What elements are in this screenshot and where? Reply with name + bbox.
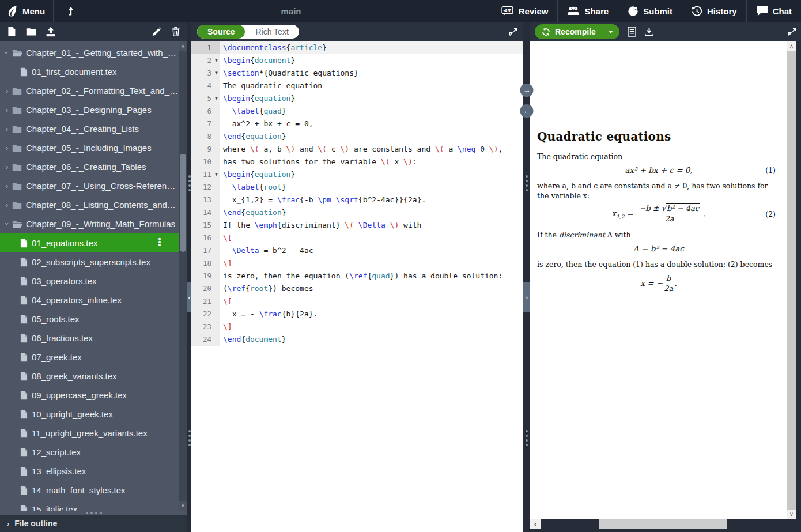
code-line[interactable]: 24\end{document} <box>191 333 523 346</box>
kebab-menu-icon[interactable]: ••• <box>158 238 161 247</box>
code-line[interactable]: 7 ax^2 + bx + c = 0, <box>191 118 523 130</box>
sidebar-editor-divider[interactable]: ‹ <box>187 22 191 532</box>
tree-file-row[interactable]: 06_fractions.tex <box>0 329 179 348</box>
tree-folder-row[interactable]: ›Chapter_04_-_Creating_Lists <box>0 119 179 138</box>
divider-drag-handle[interactable] <box>188 430 191 446</box>
editor-fullscreen-button[interactable] <box>509 28 517 36</box>
code-line[interactable]: 2▼\begin{document} <box>191 54 523 67</box>
tree-file-row[interactable]: 11_upright_greek_variants.tex <box>0 424 179 443</box>
source-tab[interactable]: Source <box>197 25 245 39</box>
delete-trash-button[interactable] <box>170 26 182 37</box>
tree-file-row[interactable]: 09_uppercase_greek.tex <box>0 386 179 405</box>
tree-file-row[interactable]: 12_script.tex <box>0 443 179 462</box>
rename-pencil-button[interactable] <box>150 26 162 37</box>
divider-drag-handle[interactable] <box>188 175 191 191</box>
pdf-fullscreen-button[interactable] <box>788 28 796 36</box>
review-button[interactable]: AbReview <box>492 0 558 22</box>
code-line[interactable]: 1\documentclass{article} <box>191 41 523 54</box>
tree-folder-row[interactable]: ›Chapter_05_-_Including_Images <box>0 138 179 157</box>
tree-folder-row[interactable]: ›Chapter_09_-_Writing_Math_Formulas <box>0 214 179 233</box>
chevron-down-icon[interactable]: › <box>3 221 12 228</box>
chevron-right-icon[interactable]: › <box>3 105 10 114</box>
history-button[interactable]: History <box>682 0 746 22</box>
download-pdf-button[interactable] <box>644 27 654 37</box>
chevron-right-icon[interactable]: › <box>3 86 10 95</box>
upload-button[interactable] <box>45 26 56 37</box>
scroll-up-icon[interactable]: ˄ <box>787 41 796 51</box>
sidebar-scrollbar[interactable]: ˄ ˅ <box>179 41 187 511</box>
code-line[interactable]: 21\[ <box>191 295 523 308</box>
code-line[interactable]: 11▼\begin{equation} <box>191 168 523 181</box>
scroll-up-icon[interactable]: ˄ <box>179 41 187 51</box>
code-line[interactable]: 20(\ref{root}) becomes <box>191 282 523 295</box>
code-line[interactable]: 5▼\begin{equation} <box>191 92 523 105</box>
code-line[interactable]: 3▼\section*{Quadratic equations} <box>191 67 523 80</box>
tree-folder-row[interactable]: ›Chapter_08_-_Listing_Contents_and_R.. <box>0 195 179 214</box>
tree-file-row[interactable]: 13_ellipsis.tex <box>0 462 179 481</box>
divider-drag-handle[interactable] <box>526 175 528 191</box>
tree-folder-row[interactable]: ›Chapter_01_-_Getting_started_with_L... <box>0 43 179 62</box>
tree-file-row[interactable]: 10_upright_greek.tex <box>0 405 179 424</box>
fold-arrow-icon[interactable]: ▼ <box>213 54 220 67</box>
code-editor[interactable]: 1\documentclass{article}2▼\begin{documen… <box>191 41 523 532</box>
fold-arrow-icon[interactable]: ▼ <box>213 67 220 80</box>
code-line[interactable]: 19is zero, then the equation (\ref{quad}… <box>191 270 523 282</box>
code-line[interactable]: 6 \label{quad} <box>191 105 523 118</box>
rich-text-tab[interactable]: Rich Text <box>245 25 299 39</box>
code-line[interactable]: 13 x_{1,2} = \frac{-b \pm \sqrt{b^2-4ac}… <box>191 194 523 206</box>
new-file-button[interactable] <box>6 26 17 37</box>
layout-right-arrow-button[interactable]: → <box>520 84 534 97</box>
tree-folder-row[interactable]: ›Chapter_06_-_Creating_Tables <box>0 157 179 176</box>
tree-folder-row[interactable]: ›Chapter_02_-_Formatting_Text_and_C... <box>0 81 179 100</box>
tree-file-row[interactable]: 01_equations.tex••• <box>0 233 179 252</box>
chat-button[interactable]: Chat <box>746 0 801 22</box>
code-line[interactable]: 17 \Delta = b^2 - 4ac <box>191 244 523 257</box>
recompile-options-caret[interactable] <box>602 24 619 39</box>
tree-file-row[interactable]: 01_first_document.tex <box>0 62 179 81</box>
pdf-hscrollbar-thumb[interactable] <box>599 519 727 529</box>
chevron-right-icon[interactable]: › <box>3 163 10 171</box>
tree-file-row[interactable]: 08_greek_variants.tex <box>0 367 179 386</box>
chevron-right-icon[interactable]: › <box>3 201 10 209</box>
tree-file-row[interactable]: 03_operators.tex <box>0 271 179 290</box>
sidebar-scrollbar-thumb[interactable] <box>180 154 186 252</box>
file-outline-header[interactable]: › File outline <box>0 515 187 532</box>
code-line[interactable]: 8\end{equation} <box>191 130 523 143</box>
code-line[interactable]: 22 x = - \frac{b}{2a}. <box>191 308 523 320</box>
code-line[interactable]: 16\[ <box>191 232 523 244</box>
outline-resize-handle[interactable] <box>0 511 187 515</box>
menu-button[interactable]: Menu <box>0 0 53 22</box>
code-line[interactable]: 15If the \emph{discriminant} \( \Delta \… <box>191 219 523 232</box>
tree-folder-row[interactable]: ›Chapter_03_-_Designing_Pages <box>0 100 179 119</box>
code-line[interactable]: 10has two solutions for the variable \( … <box>191 156 523 168</box>
code-line[interactable]: 9where \( a, b \) and \( c \) are consta… <box>191 143 523 156</box>
collapse-sidebar-button[interactable]: ‹ <box>187 282 191 312</box>
tree-file-row[interactable]: 07_greek.tex <box>0 348 179 367</box>
submit-button[interactable]: Submit <box>618 0 682 22</box>
chevron-down-icon[interactable]: › <box>2 50 11 56</box>
layout-left-arrow-button[interactable]: ← <box>520 104 534 118</box>
new-folder-button[interactable] <box>25 26 37 37</box>
code-line[interactable]: 18\] <box>191 257 523 270</box>
up-arrow-button[interactable] <box>54 0 88 22</box>
fold-arrow-icon[interactable]: ▼ <box>213 168 220 181</box>
tree-file-row[interactable]: 04_operators_inline.tex <box>0 290 179 310</box>
recompile-button[interactable]: Recompile <box>535 24 619 39</box>
scroll-right-icon[interactable]: › <box>531 519 541 529</box>
code-line[interactable]: 23\] <box>191 320 523 333</box>
tree-file-row[interactable]: 14_math_font_styles.tex <box>0 481 179 500</box>
code-line[interactable]: 14\end{equation} <box>191 206 523 219</box>
tree-file-row[interactable]: 15_italic.tex <box>0 500 179 511</box>
pdf-horizontal-scrollbar[interactable]: ‹ › <box>530 519 541 529</box>
chevron-right-icon[interactable]: › <box>3 124 10 133</box>
view-logs-button[interactable] <box>628 27 636 37</box>
code-line[interactable]: 4The quadratic equation <box>191 80 523 92</box>
chevron-right-icon[interactable]: › <box>3 144 10 152</box>
collapse-pdf-button[interactable]: › <box>523 282 530 312</box>
scroll-down-icon[interactable]: ˅ <box>787 510 796 519</box>
editor-pdf-divider[interactable]: → ← › <box>523 22 530 532</box>
scroll-down-icon[interactable]: ˅ <box>179 501 187 511</box>
tree-folder-row[interactable]: ›Chapter_07_-_Using_Cross-References <box>0 176 179 195</box>
fold-arrow-icon[interactable]: ▼ <box>213 92 220 105</box>
divider-drag-handle[interactable] <box>526 430 528 446</box>
